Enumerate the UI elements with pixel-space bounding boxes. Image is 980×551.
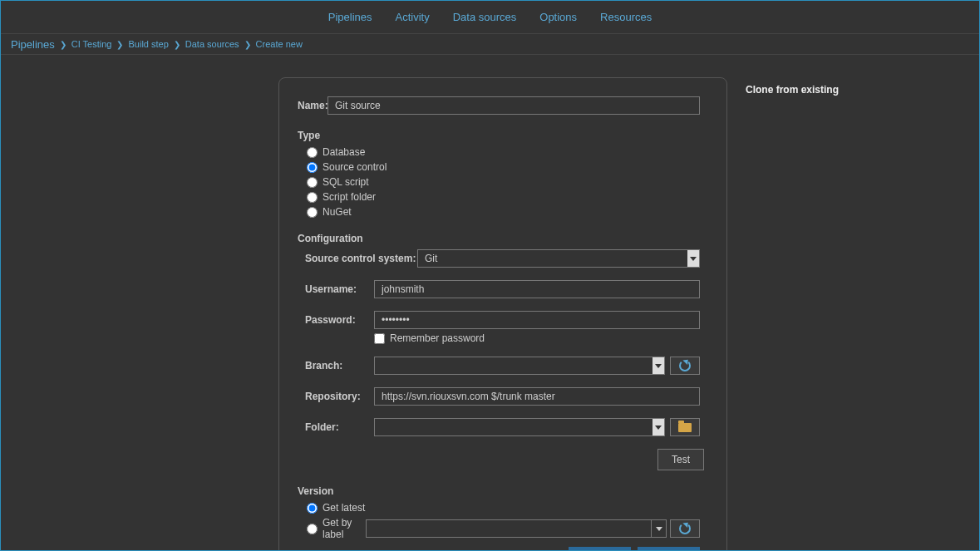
type-label-database[interactable]: Database	[323, 146, 365, 158]
breadcrumb-ci-testing[interactable]: CI Testing	[71, 39, 112, 49]
scs-select-value: Git	[418, 250, 687, 267]
type-radio-nuget[interactable]	[307, 207, 318, 218]
branch-select[interactable]	[374, 357, 665, 375]
form-panel: Name: Type Database Source control SQL s…	[278, 77, 727, 551]
type-section-title: Type	[298, 130, 700, 141]
password-label: Password:	[305, 314, 374, 326]
breadcrumb-data-sources[interactable]: Data sources	[185, 39, 239, 49]
type-label-nuget[interactable]: NuGet	[323, 206, 352, 218]
breadcrumb: Pipelines ❯ CI Testing ❯ Build step ❯ Da…	[1, 34, 979, 55]
refresh-icon	[679, 360, 691, 371]
branch-refresh-button[interactable]	[670, 357, 700, 375]
type-label-script-folder[interactable]: Script folder	[323, 191, 376, 203]
test-button[interactable]: Test	[657, 449, 704, 470]
username-label: Username:	[305, 283, 374, 295]
chevron-down-icon[interactable]	[653, 357, 664, 374]
version-label-by-label[interactable]: Get by label	[323, 517, 362, 540]
nav-data-sources[interactable]: Data sources	[453, 11, 517, 23]
branch-select-value	[375, 357, 653, 374]
username-input[interactable]	[374, 280, 700, 298]
branch-label: Branch:	[305, 360, 374, 371]
breadcrumb-create-new[interactable]: Create new	[256, 39, 303, 49]
chevron-right-icon: ❯	[244, 40, 251, 49]
chevron-down-icon[interactable]	[653, 419, 664, 435]
version-refresh-button[interactable]	[670, 519, 700, 538]
version-label-latest[interactable]: Get latest	[323, 502, 365, 514]
password-input[interactable]	[374, 311, 700, 329]
type-radio-source-control[interactable]	[307, 162, 318, 173]
folder-label: Folder:	[305, 421, 374, 433]
side-panel: Clone from existing	[746, 77, 839, 551]
version-label-value	[367, 520, 651, 537]
breadcrumb-build-step[interactable]: Build step	[128, 39, 168, 49]
type-radio-group: Database Source control SQL script Scrip…	[307, 146, 700, 218]
type-radio-sql-script[interactable]	[307, 177, 318, 188]
clone-from-existing-link[interactable]: Clone from existing	[746, 84, 839, 96]
type-radio-database[interactable]	[307, 147, 318, 158]
refresh-icon	[679, 523, 691, 534]
chevron-down-icon[interactable]	[651, 520, 666, 537]
breadcrumb-pipelines[interactable]: Pipelines	[11, 38, 55, 51]
repository-input[interactable]	[374, 387, 700, 406]
nav-activity[interactable]: Activity	[396, 11, 430, 23]
scs-label: Source control system:	[305, 253, 417, 264]
chevron-right-icon: ❯	[116, 40, 123, 49]
nav-options[interactable]: Options	[539, 11, 577, 23]
folder-icon	[678, 423, 692, 432]
name-input[interactable]	[327, 96, 700, 115]
remember-password-checkbox[interactable]	[374, 333, 385, 344]
scs-select[interactable]: Git	[417, 249, 700, 268]
version-label-select[interactable]	[366, 519, 667, 538]
version-radio-latest[interactable]	[307, 503, 318, 514]
top-nav: Pipelines Activity Data sources Options …	[1, 1, 979, 34]
version-section-title: Version	[298, 485, 700, 497]
save-button[interactable]: Save	[569, 547, 631, 551]
chevron-right-icon: ❯	[60, 40, 66, 49]
cancel-button[interactable]: Cancel	[638, 547, 700, 551]
folder-select-value	[375, 419, 653, 435]
config-section-title: Configuration	[298, 233, 700, 244]
folder-browse-button[interactable]	[670, 418, 700, 436]
nav-pipelines[interactable]: Pipelines	[328, 11, 372, 23]
type-label-source-control[interactable]: Source control	[323, 161, 387, 173]
type-radio-script-folder[interactable]	[307, 192, 318, 203]
nav-resources[interactable]: Resources	[600, 11, 652, 23]
type-label-sql-script[interactable]: SQL script	[323, 176, 369, 188]
chevron-right-icon: ❯	[174, 40, 180, 49]
name-label: Name:	[298, 100, 327, 111]
folder-select[interactable]	[374, 418, 665, 436]
chevron-down-icon[interactable]	[687, 250, 699, 267]
version-radio-by-label[interactable]	[307, 524, 318, 534]
repository-label: Repository:	[305, 391, 374, 402]
remember-password-label[interactable]: Remember password	[390, 332, 485, 344]
